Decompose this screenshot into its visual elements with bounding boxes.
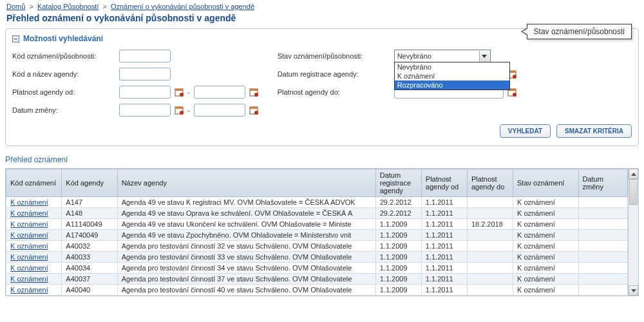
results-table: Kód oznámení Kód agendy Název agendy Dat… — [6, 169, 638, 296]
cell-nazev: Agenda pro testování činností 40 ve stav… — [117, 285, 375, 296]
link-k-oznameni[interactable]: K oznámení — [10, 286, 48, 294]
cell-nazev: Agenda 49 ve stavu Zpochybněno. OVM Ohla… — [117, 230, 375, 241]
label-datum-reg: Datum registrace agendy: — [278, 70, 390, 78]
col-plat-od[interactable]: Platnost agendy od — [421, 169, 467, 197]
cell-do: 18.2.2018 — [467, 219, 513, 230]
cell-reg: 1.1.2009 — [375, 285, 421, 296]
cell-reg: 1.1.2009 — [375, 252, 421, 263]
svg-point-2 — [180, 93, 184, 97]
select-stav-value: Nevybráno — [397, 52, 431, 60]
input-platnost-od-to[interactable] — [194, 86, 245, 99]
results-title: Přehled oznámení — [5, 153, 639, 164]
cell-od: 1.1.2011 — [421, 274, 467, 285]
cell-od: 1.1.2011 — [421, 241, 467, 252]
calendar-icon[interactable] — [175, 88, 184, 97]
label-platnost-od: Platnost agendy od: — [12, 88, 115, 96]
svg-point-14 — [513, 75, 516, 79]
label-platnost-do: Platnost agendy do: — [278, 88, 390, 96]
scroll-down-icon[interactable] — [629, 285, 638, 296]
option-k-oznameni[interactable]: K oznámení — [395, 71, 509, 80]
svg-point-11 — [254, 111, 258, 115]
link-k-oznameni[interactable]: K oznámení — [10, 264, 48, 272]
table-row: K oznámeníA40037Agenda pro testování čin… — [6, 274, 638, 285]
link-k-oznameni[interactable]: K oznámení — [10, 275, 48, 283]
cell-kod-ag: A40033 — [62, 252, 117, 263]
svg-rect-1 — [175, 89, 183, 91]
cell-reg: 1.1.2009 — [375, 274, 421, 285]
scroll-up-icon[interactable] — [629, 169, 638, 179]
col-kod-ag[interactable]: Kód agendy — [62, 169, 117, 197]
cell-zm — [578, 197, 627, 208]
cell-do — [467, 241, 513, 252]
search-button[interactable]: VYHLEDAT — [500, 124, 551, 138]
cell-nazev: Agenda 49 ve stavu K registraci MV. OVM … — [117, 197, 375, 208]
cell-reg: 29.2.2012 — [375, 208, 421, 219]
input-datum-zmeny-from[interactable] — [119, 104, 171, 117]
cell-stav: K oznámení — [513, 230, 578, 241]
cell-stav: K oznámení — [513, 274, 578, 285]
cell-kod-ag: A40034 — [62, 263, 117, 274]
label-datum-zmeny: Datum změny: — [12, 106, 115, 114]
cell-do — [467, 230, 513, 241]
input-kod-nazev-agendy[interactable] — [119, 68, 171, 80]
cell-reg: 1.1.2009 — [375, 263, 421, 274]
crumb-catalog[interactable]: Katalog Působností — [37, 3, 99, 10]
collapse-icon[interactable]: − — [12, 35, 19, 43]
cell-stav: K oznámení — [513, 263, 578, 274]
calendar-icon[interactable] — [249, 88, 258, 97]
cell-nazev: Agenda 49 ve stavu Oprava ke schválení. … — [117, 208, 375, 219]
cell-do — [467, 252, 513, 263]
scrollbar[interactable] — [628, 169, 638, 296]
link-k-oznameni[interactable]: K oznámení — [10, 253, 48, 261]
cell-kod-ag: A40040 — [62, 285, 117, 296]
scroll-thumb[interactable] — [629, 179, 638, 205]
cell-reg: 1.1.2009 — [375, 230, 421, 241]
clear-button[interactable]: SMAZAT KRITÉRIA — [556, 124, 632, 138]
calendar-icon[interactable] — [249, 106, 258, 115]
table-row: K oznámeníA1740049Agenda 49 ve stavu Zpo… — [6, 230, 638, 241]
col-kod-ozn[interactable]: Kód oznámení — [6, 169, 62, 197]
label-kod-oznameni: Kód oznámení/působnosti: — [12, 52, 115, 60]
table-row: K oznámeníA40040Agenda pro testování čin… — [6, 285, 638, 296]
chevron-down-icon[interactable] — [479, 51, 489, 62]
link-k-oznameni[interactable]: K oznámení — [10, 198, 48, 206]
crumb-leaf[interactable]: Oznámení o vykonávání působnosti v agend… — [111, 3, 254, 10]
link-k-oznameni[interactable]: K oznámení — [10, 242, 48, 250]
col-plat-do[interactable]: Platnost agendy do — [467, 169, 513, 197]
label-kod-nazev-agendy: Kód a název agendy: — [12, 70, 115, 78]
cell-nazev: Agenda 49 ve stavu Ukončení ke schválení… — [117, 219, 375, 230]
cell-od: 1.1.2011 — [421, 197, 467, 208]
search-panel: Stav oznámení/působnosti − Možnosti vyhl… — [5, 28, 639, 146]
option-nevybrano[interactable]: Nevybráno — [395, 62, 509, 71]
cell-zm — [578, 241, 627, 252]
cell-zm — [578, 285, 627, 296]
col-nazev-ag[interactable]: Název agendy — [117, 169, 375, 197]
cell-do — [467, 263, 513, 274]
input-datum-zmeny-to[interactable] — [194, 104, 245, 117]
col-datum-zm[interactable]: Datum změny — [578, 169, 627, 197]
cell-nazev: Agenda pro testování činností 32 ve stav… — [117, 241, 375, 252]
cell-stav: K oznámení — [513, 208, 578, 219]
link-k-oznameni[interactable]: K oznámení — [10, 220, 48, 228]
link-k-oznameni[interactable]: K oznámení — [10, 209, 48, 217]
col-datum-reg[interactable]: Datum registrace agendy — [375, 169, 421, 197]
input-kod-oznameni[interactable] — [119, 50, 171, 62]
cell-do — [467, 208, 513, 219]
search-panel-title: Možnosti vyhledávání — [23, 34, 103, 43]
col-stav[interactable]: Stav oznámení — [513, 169, 578, 197]
cell-zm — [578, 252, 627, 263]
cell-stav: K oznámení — [513, 219, 578, 230]
cell-kod-ag: A148 — [62, 208, 117, 219]
calendar-icon[interactable] — [175, 106, 184, 115]
cell-od: 1.1.2011 — [421, 263, 467, 274]
select-stav[interactable]: Nevybráno — [394, 50, 491, 62]
table-row: K oznámeníA40033Agenda pro testování čin… — [6, 252, 638, 263]
cell-zm — [578, 230, 627, 241]
cell-nazev: Agenda pro testování činností 33 ve stav… — [117, 252, 375, 263]
option-rozpracovano[interactable]: Rozpracováno — [395, 80, 509, 90]
crumb-home[interactable]: Domů — [6, 3, 25, 10]
input-platnost-od-from[interactable] — [119, 86, 171, 99]
results-table-wrap: Kód oznámení Kód agendy Název agendy Dat… — [5, 168, 639, 296]
cell-nazev: Agenda pro testování činností 34 ve stav… — [117, 263, 375, 274]
link-k-oznameni[interactable]: K oznámení — [10, 231, 48, 239]
